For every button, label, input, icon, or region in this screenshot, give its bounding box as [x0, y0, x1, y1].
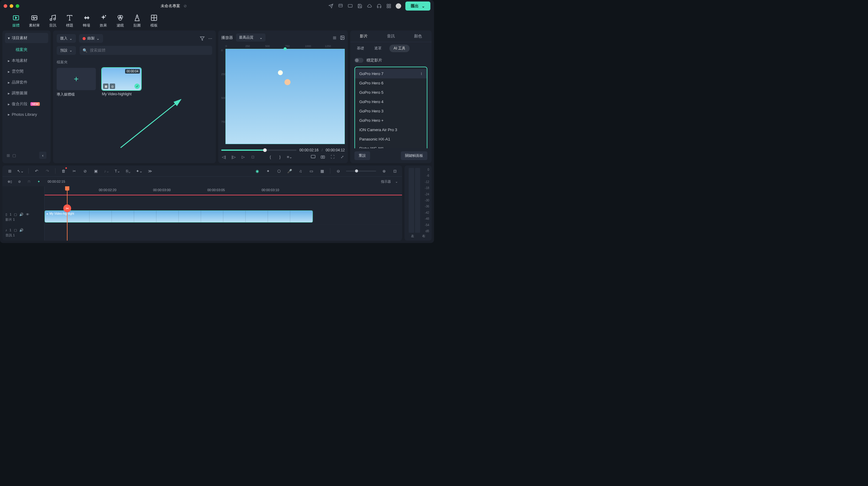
fit-icon[interactable]: ⊡ — [392, 168, 398, 174]
profile-option[interactable]: GoPro Hero + — [355, 116, 427, 125]
tracks-area[interactable]: 00:00:02:20 00:00:03:00 00:00:03:05 00:0… — [44, 186, 402, 241]
media-item[interactable]: 00:00:04 ▦ ◎ ✓ My Video-highlight — [102, 68, 141, 97]
tab-sticker[interactable]: 貼圖 — [133, 14, 141, 28]
search-input[interactable]: 🔍 搜索媒體 — [80, 46, 212, 55]
subtab-mask[interactable]: 遮罩 — [372, 44, 384, 52]
playhead-handle-icon[interactable] — [65, 186, 69, 190]
maximize-window-icon[interactable] — [16, 4, 19, 8]
sidebar-item-adjust[interactable]: ▸調整圖層 — [5, 88, 48, 99]
mic-icon[interactable]: 🎤 — [287, 168, 293, 174]
display-icon[interactable] — [310, 154, 316, 159]
apps-icon[interactable]: ⊞ — [7, 168, 13, 174]
crop-tool-icon[interactable]: ▣ — [93, 168, 99, 174]
close-window-icon[interactable] — [4, 4, 7, 8]
stabilize-toggle[interactable] — [354, 58, 364, 63]
lock-icon[interactable]: ▢ — [14, 213, 17, 216]
headphones-icon[interactable] — [376, 3, 382, 9]
undo-icon[interactable]: ↶ — [33, 168, 39, 174]
profile-option[interactable]: GoPro Hero 4 — [355, 97, 427, 107]
ai-assistant-icon[interactable]: ◉ — [254, 168, 260, 174]
inspector-tab-color[interactable]: 顏色 — [404, 30, 432, 42]
mark-in-icon[interactable]: { — [268, 154, 273, 159]
sidebar-item-folder[interactable]: 檔案夾 — [5, 44, 48, 55]
lock-icon[interactable]: ▢ — [14, 228, 17, 232]
music-icon[interactable]: ♪⌄ — [104, 168, 110, 174]
video-clip[interactable]: ▸ My Video-highlight — [44, 210, 313, 222]
audio-track[interactable] — [44, 225, 402, 241]
text-tool-icon[interactable]: T⌄ — [115, 168, 121, 174]
quality-select[interactable]: 最高品質⌄ — [236, 33, 266, 41]
profile-option[interactable]: GoPro Hero 3 — [355, 107, 427, 116]
sidebar-item-brand[interactable]: ▸品牌套件 — [5, 77, 48, 88]
canvas-handle-icon[interactable] — [284, 47, 287, 50]
keyframe-panel-button[interactable]: 關鍵幀面板 — [401, 151, 427, 160]
subtab-basic[interactable]: 基礎 — [354, 44, 367, 52]
fullscreen-icon[interactable]: ⤢ — [339, 154, 345, 159]
preset-dropdown[interactable]: 預設⌄ — [57, 46, 76, 55]
tab-audio[interactable]: 音訊 — [49, 14, 57, 28]
more-tools-icon[interactable]: ≫ — [147, 168, 153, 174]
zoom-out-icon[interactable]: ⊖ — [335, 168, 341, 174]
zoom-in-icon[interactable]: ⊕ — [381, 168, 387, 174]
marker-list-icon[interactable]: ≡⌄ — [287, 154, 292, 159]
monitor-icon[interactable] — [347, 3, 353, 9]
copy-icon[interactable]: ⎘⌄ — [125, 168, 131, 174]
timeline-ruler[interactable]: 00:00:02:20 00:00:03:00 00:00:03:05 00:0… — [44, 186, 402, 195]
import-button[interactable]: 匯入⌄ — [57, 34, 76, 43]
preview-viewport[interactable]: 025050075010001250 0250500750 — [221, 44, 345, 144]
add-track-icon[interactable]: ⊕▯ — [7, 179, 13, 184]
redo-icon[interactable]: ↷ — [44, 168, 50, 174]
tab-title[interactable]: 標題 — [66, 14, 73, 28]
eye-icon[interactable]: 👁 — [26, 213, 29, 216]
playhead[interactable]: ✂ — [67, 186, 67, 241]
scrub-bar[interactable] — [221, 150, 297, 151]
profile-option[interactable]: Richo WG-M1 — [355, 144, 427, 148]
image-icon[interactable] — [340, 35, 345, 40]
video-track[interactable]: ▸ My Video-highlight — [44, 209, 402, 225]
tab-media[interactable]: 媒體 — [12, 14, 20, 28]
video-track-header[interactable]: ▯1 ▢ 🔊 👁 影片 1 — [2, 209, 44, 225]
next-frame-icon[interactable]: |▷ — [231, 154, 236, 159]
save-icon[interactable] — [357, 3, 363, 9]
reset-button[interactable]: 重設 — [354, 151, 370, 160]
mix-icon[interactable]: ▭ — [308, 168, 314, 174]
link-icon[interactable]: ⊘ — [82, 168, 88, 174]
render-icon[interactable]: ▦ — [319, 168, 325, 174]
profile-option[interactable]: GoPro Hero 7 — [355, 69, 427, 79]
inspector-tab-video[interactable]: 影片 — [350, 30, 377, 42]
sparkle-icon[interactable]: ✦ — [265, 168, 271, 174]
sidebar-item-local[interactable]: ▸本地素材 — [5, 55, 48, 66]
export-button[interactable]: 匯出 ⌄ — [405, 1, 430, 10]
link-tracks-icon[interactable]: ⊘ — [16, 179, 22, 184]
mark-out-icon[interactable]: } — [277, 154, 283, 159]
snap-icon[interactable]: ✦ — [36, 179, 41, 184]
magnet-icon[interactable]: ⊓ — [26, 179, 32, 184]
subtab-ai[interactable]: AI 工具 — [390, 44, 410, 52]
mute-icon[interactable]: 🔊 — [19, 213, 24, 216]
more-icon[interactable]: ⋯ — [208, 36, 212, 41]
avatar[interactable] — [396, 3, 401, 9]
tab-effect[interactable]: 效果 — [99, 14, 107, 28]
record-button[interactable]: 錄製⌄ — [79, 34, 103, 43]
canvas[interactable] — [225, 49, 345, 144]
indicator-label[interactable]: 指示器 — [381, 179, 391, 184]
effects-icon[interactable]: ✦⌄ — [136, 168, 142, 174]
delete-icon[interactable]: 🗑 — [60, 168, 66, 174]
profile-option[interactable]: iON Camera Air Pro 3 — [355, 125, 427, 134]
stop-icon[interactable]: □ — [250, 154, 255, 159]
sidebar-item-photos[interactable]: ▸Photos Library — [5, 110, 48, 119]
crop-icon[interactable]: ⛶ — [330, 154, 335, 159]
send-icon[interactable] — [328, 3, 334, 9]
audio-track-header[interactable]: ♪1 ▢ 🔊 音訊 1 — [2, 225, 44, 241]
split-icon[interactable]: ✂ — [63, 204, 71, 212]
grid-icon[interactable] — [386, 3, 392, 9]
inspector-tab-audio[interactable]: 音訊 — [377, 30, 404, 42]
profile-option[interactable]: Panasonic HX-A1 — [355, 134, 427, 144]
tab-stock[interactable]: 素材庫 — [29, 14, 40, 28]
profile-option[interactable]: GoPro Hero 6 — [355, 79, 427, 88]
mute-icon[interactable]: 🔊 — [19, 228, 24, 232]
sidebar-item-compound[interactable]: ▸復合片段NEW — [5, 99, 48, 110]
profile-option[interactable]: GoPro Hero 5 — [355, 88, 427, 97]
new-folder-icon[interactable]: ⊞ — [7, 153, 10, 158]
sidebar-category[interactable]: ▾ 項目素材 — [5, 33, 48, 43]
